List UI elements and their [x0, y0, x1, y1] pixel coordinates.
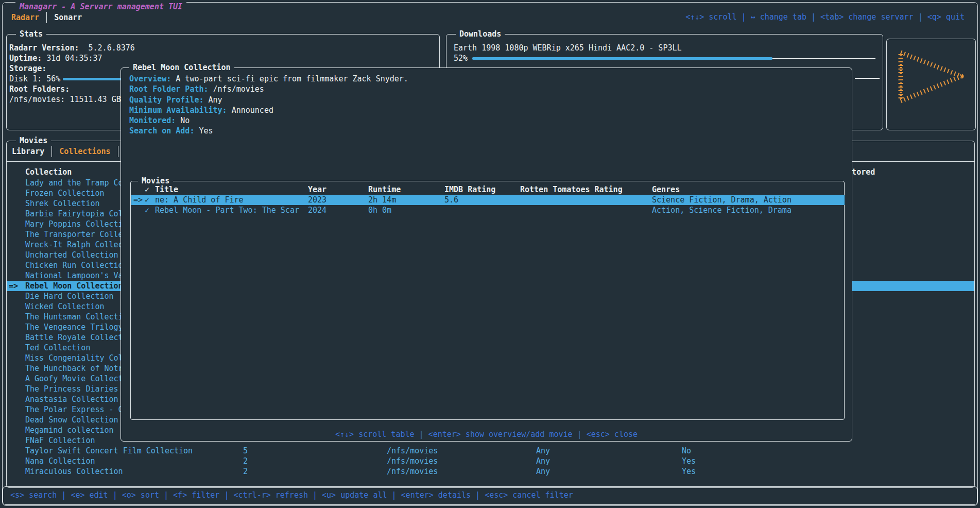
movie-row[interactable]: => ✓ ne: A Child of Fire 2023 2h 14m 5.6… [131, 195, 845, 205]
movie-monitored-check: ✓ [145, 195, 149, 205]
collection-name: The Vengeance Trilogy [25, 322, 123, 332]
downloads-panel-title: Downloads [456, 29, 505, 39]
field-search-on-add: Search on Add: Yes [129, 126, 213, 136]
movie-runtime: 2h 14m [368, 195, 396, 205]
radarr-version-value: 5.2.6.8376 [89, 43, 135, 53]
radarr-version: Radarr Version: 5.2.6.8376 [9, 43, 135, 53]
field-min-availability-label: Minimum Availability: [129, 106, 227, 115]
field-search-on-add-value: Yes [194, 126, 213, 136]
storage-label: Storage: [9, 63, 46, 74]
download-gauge-fill [472, 57, 772, 60]
collection-quality-profile: Any [536, 456, 550, 466]
collection-name: Taylor Swift Concert Film Collection [25, 446, 193, 456]
tab-radarr[interactable]: Radarr [11, 12, 39, 23]
movie-monitored-check: ✓ [145, 205, 149, 215]
collection-name: Frozen Collection [25, 188, 105, 198]
movies-table-header: ✓ Title Year Runtime IMDB Rating Rotten … [131, 184, 844, 195]
collection-movies-table: Movies ✓ Title Year Runtime IMDB Rating … [130, 181, 845, 420]
collection-name: Chicken Run Collectio [25, 260, 123, 270]
tab-separator [46, 12, 47, 23]
movie-selection-arrow: => [133, 195, 143, 205]
movie-imdb-rating: 5.6 [444, 195, 458, 205]
movie-runtime: 0h 0m [368, 205, 391, 215]
collection-monitored: Yes [682, 456, 696, 466]
collection-name: Barbie Fairytopia Col [25, 209, 123, 219]
field-quality-profile-value: Any [204, 95, 222, 105]
collection-name: Ted Collection [25, 343, 90, 353]
modal-title: Rebel Moon Collection [129, 62, 234, 73]
field-monitored-label: Monitored: [129, 116, 176, 125]
header-year: Year [308, 184, 326, 195]
servarr-tabs: RadarrSonarr [11, 12, 82, 23]
collection-movie-count: 2 [243, 466, 248, 477]
download-item-percent: 52% [454, 53, 468, 63]
field-min-availability-value: Announced [227, 106, 273, 115]
col-header-collection: Collection [25, 167, 72, 177]
collection-name: Anastasia Collection [25, 394, 118, 404]
collection-name: The Polar Express - C [25, 404, 123, 415]
movies-tab-separator2 [118, 146, 118, 157]
collection-root-folder: /nfs/movies [387, 446, 438, 456]
collection-name: National Lampoon's Va [25, 270, 123, 281]
root-folders-label: Root Folders: [9, 84, 70, 94]
disk-gauge-fill [63, 78, 124, 80]
tab-sonarr[interactable]: Sonarr [54, 12, 82, 23]
collection-name: Rebel Moon Collection [25, 281, 123, 291]
collection-name: A Goofy Movie Collect [25, 374, 123, 384]
uptime-value: 31d 04:35:37 [46, 54, 102, 63]
tab-library[interactable]: Library [12, 146, 44, 157]
collection-monitored: Yes [682, 466, 696, 477]
field-monitored-value: No [176, 116, 190, 125]
download-gauge-rest [772, 58, 875, 59]
movie-genres: Action, Science Fiction, Drama [652, 205, 792, 215]
collection-name: Nana Collection [25, 456, 95, 466]
footer-bar: <s> search | <e> edit | <o> sort | <f> f… [3, 486, 977, 505]
collection-name: The Transporter Colle [25, 229, 123, 240]
collection-row[interactable]: Nana Collection 2 /nfs/movies Any Yes [7, 456, 974, 466]
field-overview-value: A two-part sci-fi epic from filmmaker Za… [171, 74, 408, 83]
collection-name: Shrek Collection [25, 198, 100, 209]
uptime: Uptime: 31d 04:35:37 [9, 53, 102, 63]
collection-name: Megamind collection [25, 425, 114, 435]
logo-panel [886, 39, 976, 130]
movie-row[interactable]: ✓ Rebel Moon - Part Two: The Scar 2024 0… [131, 205, 845, 215]
collection-name: The Princess Diaries [25, 384, 118, 394]
collection-name: The Hunchback of Notr [25, 363, 123, 374]
radarr-logo-icon [892, 47, 970, 120]
movie-year: 2024 [308, 205, 326, 215]
managarr-app: Managarr - A Servarr management TUI <↑↓>… [0, 0, 980, 508]
header-genres: Genres [652, 184, 680, 195]
header-rotten-tomatoes: Rotten Tomatoes Rating [520, 184, 623, 195]
field-min-availability: Minimum Availability: Announced [129, 105, 273, 115]
field-quality-profile-label: Quality Profile: [129, 95, 204, 105]
root-folder-value: /nfs/movies: 11511.43 GB [9, 94, 121, 105]
top-keybinds: <↑↓> scroll | ↔ change tab | <tab> chang… [685, 12, 965, 22]
collection-movie-count: 5 [243, 446, 248, 456]
collection-row[interactable]: Taylor Swift Concert Film Collection 5 /… [7, 446, 974, 456]
field-root-folder-label: Root Folder Path: [129, 84, 209, 94]
collection-name: FNaF Collection [25, 435, 95, 446]
collection-row[interactable]: Miraculous Collection 2 /nfs/movies Any … [7, 466, 974, 477]
collection-name: Lady and the Tramp Co [25, 178, 123, 188]
field-overview: Overview: A two-part sci-fi epic from fi… [129, 74, 408, 84]
field-root-folder-value: /nfs/movies [209, 84, 264, 94]
collection-name: The Huntsman Collecti [25, 312, 123, 322]
header-imdb: IMDB Rating [444, 184, 495, 195]
movies-panel-title: Movies [16, 136, 51, 146]
collection-name: Battle Royale Collect [25, 332, 123, 343]
tab-collections[interactable]: Collections [59, 146, 110, 157]
header-title: Title [155, 184, 178, 195]
footer-keybinds: <s> search | <e> edit | <o> sort | <f> f… [10, 490, 573, 500]
selection-arrow: => [9, 281, 18, 291]
collection-name: Uncharted Collection [25, 250, 118, 260]
collection-quality-profile: Any [536, 446, 550, 456]
collection-name: Miraculous Collection [25, 466, 123, 477]
modal-keybinds: <↑↓> scroll table | <enter> show overvie… [121, 429, 852, 439]
collection-name: Wreck-It Ralph Collec [25, 240, 123, 250]
header-runtime: Runtime [368, 184, 401, 195]
collection-name: Mary Poppins Collecti [25, 219, 123, 229]
collection-quality-profile: Any [536, 466, 550, 477]
stats-panel-title: Stats [16, 29, 46, 39]
collection-name: Die Hard Collection [25, 291, 114, 301]
collection-root-folder: /nfs/movies [387, 456, 438, 466]
